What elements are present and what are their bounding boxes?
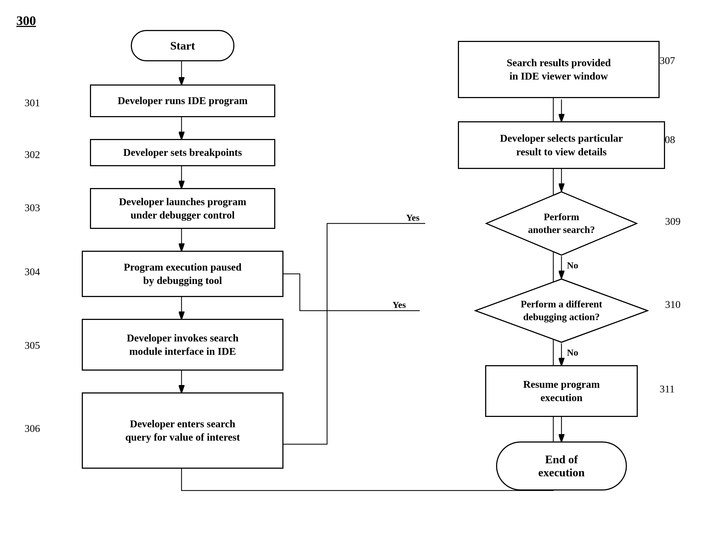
node-309: Performanother search? — [485, 191, 638, 256]
yes-310-label: Yes — [392, 300, 406, 310]
no-309-label: No — [567, 260, 578, 271]
label-311: 311 — [660, 383, 675, 395]
label-306: 306 — [25, 422, 40, 434]
diagram-title: 300 — [16, 13, 36, 28]
flowchart: 300 Start 301 Developer runs IDE program… — [0, 0, 728, 560]
node-302: Developer sets breakpoints — [90, 139, 275, 166]
label-307: 307 — [660, 55, 675, 66]
label-303: 303 — [25, 202, 40, 214]
node-311: Resume programexecution — [485, 365, 638, 417]
label-310: 310 — [665, 298, 681, 310]
start-node: Start — [131, 30, 234, 61]
node-303: Developer launches programunder debugger… — [90, 188, 275, 229]
node-307: Search results providedin IDE viewer win… — [458, 41, 660, 98]
no-310-label: No — [567, 347, 578, 358]
label-309: 309 — [665, 215, 681, 227]
node-310: Perform a differentdebugging action? — [474, 278, 649, 343]
node-308: Developer selects particularresult to vi… — [458, 121, 665, 169]
label-305: 305 — [25, 339, 40, 351]
yes-309-label: Yes — [406, 213, 419, 223]
label-304: 304 — [25, 266, 40, 278]
node-301: Developer runs IDE program — [90, 84, 275, 117]
end-node: End ofexecution — [496, 441, 627, 491]
node-304: Program execution pausedby debugging too… — [82, 251, 283, 297]
label-302: 302 — [25, 149, 40, 161]
node-306: Developer enters searchquery for value o… — [82, 392, 283, 469]
node-305: Developer invokes searchmodule interface… — [82, 319, 283, 371]
label-301: 301 — [25, 97, 40, 109]
